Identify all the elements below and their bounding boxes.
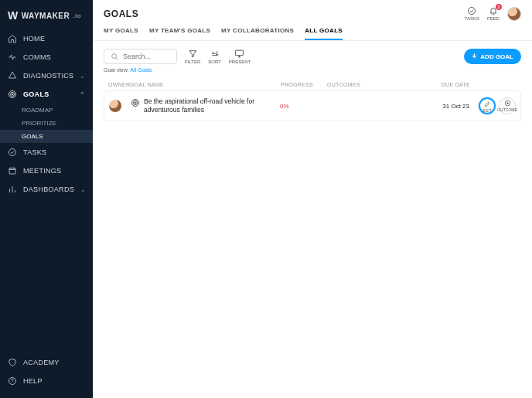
sidebar-item-goals[interactable]: GOALS ⌃ <box>0 85 93 104</box>
chevron-up-icon: ⌃ <box>80 91 85 98</box>
toolbar: FILTER SORT PRESENT + ADD GOAL <box>93 41 532 67</box>
col-owner: OWNER <box>108 82 130 87</box>
search-box[interactable] <box>104 49 177 64</box>
notification-badge: 2 <box>496 4 502 10</box>
sidebar-item-label: MEETINGS <box>23 167 61 175</box>
svg-point-3 <box>9 149 16 156</box>
page-title: GOALS <box>104 9 138 19</box>
topbar-label: TASKS <box>465 16 479 21</box>
brand-logo: W WAYMAKER.io <box>0 6 93 29</box>
tab-all-goals[interactable]: ALL GOALS <box>305 27 343 40</box>
owner-avatar[interactable] <box>109 100 121 112</box>
help-icon <box>8 376 17 386</box>
outcome-button[interactable]: OUTCOME <box>499 97 516 114</box>
svg-point-10 <box>134 101 138 105</box>
topbar-label: FEED <box>487 16 500 21</box>
bars-icon <box>8 185 17 194</box>
sidebar-item-tasks[interactable]: TASKS <box>0 143 93 162</box>
topbar: GOALS TASKS 2 FEED <box>93 0 532 21</box>
sidebar-item-label: COMMS <box>23 53 51 61</box>
check-icon <box>467 6 476 15</box>
col-due: DUE DATE <box>428 82 470 87</box>
sidebar-sub-roadmap[interactable]: ROADMAP <box>0 104 93 117</box>
button-label: EDIT <box>483 108 491 113</box>
button-label: FILTER <box>185 60 200 64</box>
topbar-feed[interactable]: 2 FEED <box>487 6 500 21</box>
view-prefix: Goal view: <box>104 67 129 73</box>
tab-my-collaborations[interactable]: MY COLLABORATIONS <box>221 27 294 40</box>
sidebar-item-home[interactable]: HOME <box>0 29 93 48</box>
sidebar-nav: HOME COMMS DIAGNOSTICS ⌄ GOALS ⌃ ROADMAP… <box>0 29 93 353</box>
pulse-icon <box>8 53 17 62</box>
svg-rect-8 <box>236 50 244 56</box>
check-icon <box>8 148 17 157</box>
search-icon <box>111 53 118 60</box>
svg-point-7 <box>112 54 117 59</box>
target-icon <box>8 90 17 99</box>
goals-grid: OWNER GOAL NAME PROGRESS OUTCOMES DUE DA… <box>93 79 532 121</box>
col-progress: PROGRESS <box>281 82 327 87</box>
button-label: PRESENT <box>229 60 251 64</box>
chevron-down-icon: ⌄ <box>80 186 86 193</box>
brand-mark: W <box>8 9 19 22</box>
svg-point-2 <box>12 94 13 95</box>
svg-point-9 <box>132 100 139 107</box>
row-due-date: 31 Oct 23 <box>427 103 469 110</box>
target-icon <box>131 98 140 107</box>
svg-point-0 <box>9 91 16 98</box>
filter-icon <box>188 49 198 59</box>
sidebar-item-label: DIAGNOSTICS <box>23 72 73 80</box>
tabs: MY GOALS MY TEAM'S GOALS MY COLLABORATIO… <box>93 21 532 41</box>
row-owner <box>109 100 131 112</box>
main: GOALS TASKS 2 FEED MY GOALS MY TEAM'S GO… <box>93 0 532 398</box>
sidebar-item-label: HOME <box>23 35 45 43</box>
sidebar-item-meetings[interactable]: MEETINGS <box>0 162 93 180</box>
sidebar-item-academy[interactable]: ACADEMY <box>0 353 93 372</box>
table-row[interactable]: Be the aspirational off-road vehicle for… <box>104 90 521 121</box>
col-name: GOAL NAME <box>130 82 281 87</box>
view-name-link[interactable]: All Goals <box>130 67 152 73</box>
row-progress: 0% <box>280 103 326 110</box>
sidebar-sub-goals[interactable]: GOALS <box>0 130 93 143</box>
sidebar-item-dashboards[interactable]: DASHBOARDS ⌄ <box>0 180 93 199</box>
sidebar-bottom: ACADEMY HELP <box>0 353 93 398</box>
brand-suffix: .io <box>73 12 81 19</box>
sidebar-sub-prioritize[interactable]: PRIORITIZE <box>0 117 93 130</box>
topbar-tasks[interactable]: TASKS <box>465 6 479 21</box>
edit-icon <box>484 100 491 107</box>
sidebar-item-label: GOALS <box>23 90 49 98</box>
chevron-down-icon: ⌄ <box>80 73 85 80</box>
sidebar-item-label: HELP <box>23 377 43 385</box>
svg-point-1 <box>11 93 15 97</box>
plus-icon: + <box>472 53 476 60</box>
home-icon <box>8 34 17 43</box>
search-input[interactable] <box>123 53 169 60</box>
tab-my-goals[interactable]: MY GOALS <box>104 27 138 40</box>
sidebar-item-label: DASHBOARDS <box>23 185 74 193</box>
view-line: Goal view: All Goals <box>93 67 532 79</box>
tab-my-teams-goals[interactable]: MY TEAM'S GOALS <box>149 27 210 40</box>
svg-rect-4 <box>9 168 15 175</box>
filter-button[interactable]: FILTER <box>185 49 200 64</box>
sidebar-item-label: TASKS <box>23 148 46 156</box>
svg-point-11 <box>135 103 136 104</box>
sidebar: W WAYMAKER.io HOME COMMS DIAGNOSTICS ⌄ G… <box>0 0 93 398</box>
svg-point-6 <box>469 8 476 15</box>
user-avatar[interactable] <box>507 7 521 21</box>
sort-icon <box>210 49 220 59</box>
row-goal-name: Be the aspirational off-road vehicle for… <box>131 97 280 114</box>
topbar-right: TASKS 2 FEED <box>465 6 521 21</box>
brand-name: WAYMAKER <box>22 12 70 20</box>
present-button[interactable]: PRESENT <box>229 49 251 64</box>
sidebar-item-diagnostics[interactable]: DIAGNOSTICS ⌄ <box>0 66 93 85</box>
goal-name-text: Be the aspirational off-road vehicle for… <box>144 97 274 114</box>
row-actions: EDIT OUTCOME <box>469 97 516 114</box>
add-goal-button[interactable]: + ADD GOAL <box>464 49 521 64</box>
button-label: OUTCOME <box>497 107 517 112</box>
col-outcomes: OUTCOMES <box>327 82 428 87</box>
sidebar-item-comms[interactable]: COMMS <box>0 48 93 66</box>
sidebar-item-help[interactable]: HELP <box>0 372 93 390</box>
calendar-icon <box>8 166 17 175</box>
sort-button[interactable]: SORT <box>208 49 221 64</box>
edit-button[interactable]: EDIT <box>479 97 496 114</box>
